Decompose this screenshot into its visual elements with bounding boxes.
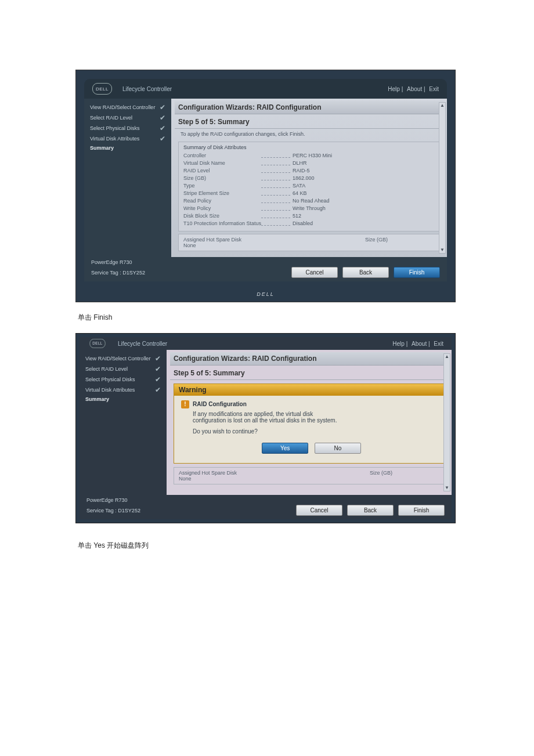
help-link[interactable]: Help [388, 86, 400, 92]
check-icon: ✔ [155, 375, 161, 384]
top-links: Help | About | Exit [385, 86, 439, 92]
model-label: PowerEdge R730 [86, 497, 445, 503]
app-title: Lifecycle Controller [118, 341, 167, 347]
warning-message-1: If any modifications are applied, the vi… [193, 411, 344, 424]
dell-logo-icon: DELL [92, 83, 112, 95]
footer-bar: PowerEdge R730 Service Tag : D1SY252 Can… [84, 257, 447, 281]
check-icon: ✔ [160, 103, 165, 111]
attr-raidlevel: RAID LevelRAID-5 [183, 167, 435, 175]
warning-message-2: Do you wish to continue? [193, 428, 437, 435]
attr-controller: ControllerPERC H330 Mini [183, 152, 435, 160]
yes-button[interactable]: Yes [262, 443, 308, 454]
topbar: DELL Lifecycle Controller Help | About |… [80, 337, 452, 350]
dell-logo-icon: DELL [89, 339, 105, 348]
footer-bar: PowerEdge R730 Service Tag : D1SY252 Can… [80, 495, 452, 519]
cancel-button[interactable]: Cancel [296, 505, 342, 516]
caption-2: 单击 Yes 开始磁盘阵列 [78, 541, 459, 551]
page-title: Configuration Wizards: RAID Configuratio… [175, 101, 443, 114]
about-link[interactable]: About [407, 86, 422, 92]
screenshot-2: DELL Lifecycle Controller Help | About |… [75, 333, 456, 523]
topbar: DELL Lifecycle Controller Help | About |… [84, 79, 447, 99]
top-links: Help | About | Exit [390, 341, 443, 347]
about-link[interactable]: About [412, 341, 427, 347]
page-title: Configuration Wizards: RAID Configuratio… [170, 352, 448, 366]
attr-readpolicy: Read PolicyNo Read Ahead [183, 197, 435, 205]
app-title: Lifecycle Controller [122, 86, 172, 92]
attr-writepolicy: Write PolicyWrite Through [183, 205, 435, 212]
scrollbar[interactable]: ▲ ▼ [443, 353, 450, 491]
check-icon: ✔ [160, 135, 165, 143]
model-label: PowerEdge R730 [91, 259, 440, 265]
back-button[interactable]: Back [342, 267, 389, 278]
step-physical-disks: Select Physical Disks✔ [85, 374, 161, 385]
wizard-sidebar: View RAID/Select Controller✔ Select RAID… [80, 350, 167, 495]
exit-link[interactable]: Exit [429, 86, 439, 92]
attr-t10: T10 Protection Information StatusDisable… [183, 220, 435, 227]
monitor-brand: DELL [76, 290, 455, 302]
scrollbar[interactable]: ▲ ▼ [439, 102, 446, 254]
attr-vdname: Virtual Disk NameDLHR [183, 160, 435, 167]
hot-spare-title: Assigned Hot Spare Disk [183, 237, 365, 243]
check-icon: ✔ [160, 114, 165, 122]
main-panel: Configuration Wizards: RAID Configuratio… [167, 350, 452, 495]
screenshot-1: DELL Lifecycle Controller Help | About |… [75, 70, 456, 302]
no-button[interactable]: No [315, 443, 361, 454]
warning-icon: ! [181, 400, 189, 408]
scroll-up-icon[interactable]: ▲ [444, 354, 450, 360]
step-label: Step 5 of 5: Summary [175, 115, 443, 129]
service-tag: Service Tag : D1SY252 [91, 270, 287, 276]
check-icon: ✔ [155, 355, 161, 363]
wizard-sidebar: View RAID/Select Controller✔ Select RAID… [84, 99, 171, 257]
back-button[interactable]: Back [347, 505, 394, 516]
scroll-up-icon[interactable]: ▲ [439, 103, 445, 108]
scroll-down-icon[interactable]: ▼ [439, 247, 445, 253]
disk-attributes: Summary of Disk Attributes ControllerPER… [178, 142, 440, 231]
attr-header: Summary of Disk Attributes [183, 144, 435, 150]
hot-spare-block: Assigned Hot Spare Disk None Size (GB) [174, 467, 445, 484]
warning-title: Warning [174, 384, 444, 396]
attr-type: TypeSATA [183, 182, 435, 190]
warning-subtitle: RAID Configuration [193, 401, 247, 407]
attr-blocksize: Disk Block Size512 [183, 212, 435, 220]
help-link[interactable]: Help [392, 341, 405, 347]
hot-spare-block: Assigned Hot Spare Disk None Size (GB) [178, 234, 440, 251]
warning-dialog: Warning !RAID Configuration If any modif… [174, 384, 445, 464]
step-virtual-disk-attr: Virtual Disk Attributes✔ [90, 133, 165, 144]
caption-1: 单击 Finish [78, 313, 459, 323]
step-raid-level: Select RAID Level✔ [90, 113, 165, 123]
step-summary: Summary [90, 144, 165, 152]
main-panel: Configuration Wizards: RAID Configuratio… [171, 99, 447, 257]
finish-button[interactable]: Finish [398, 505, 445, 516]
step-label: Step 5 of 5: Summary [170, 367, 448, 380]
hint-text: To apply the RAID configuration changes,… [175, 129, 443, 139]
hot-spare-title: Assigned Hot Spare Disk [179, 470, 370, 476]
cancel-button[interactable]: Cancel [291, 267, 338, 278]
hot-spare-value: None [183, 243, 365, 248]
check-icon: ✔ [155, 386, 161, 394]
check-icon: ✔ [160, 124, 165, 132]
step-physical-disks: Select Physical Disks✔ [90, 123, 165, 133]
exit-link[interactable]: Exit [434, 341, 443, 347]
scroll-down-icon[interactable]: ▼ [444, 485, 450, 491]
hot-spare-size-label: Size (GB) [365, 237, 435, 248]
service-tag: Service Tag : D1SY252 [86, 508, 291, 513]
attr-stripe: Stripe Element Size64 KB [183, 190, 435, 197]
step-virtual-disk-attr: Virtual Disk Attributes✔ [85, 385, 161, 395]
hot-spare-value: None [179, 476, 370, 482]
attr-size: Size (GB)1862.000 [183, 175, 435, 182]
hot-spare-size-label: Size (GB) [370, 470, 439, 482]
step-summary: Summary [85, 395, 161, 403]
check-icon: ✔ [155, 365, 161, 373]
step-raid-level: Select RAID Level✔ [85, 364, 161, 374]
step-view-raid: View RAID/Select Controller✔ [85, 353, 161, 364]
finish-button[interactable]: Finish [394, 267, 440, 278]
step-view-raid: View RAID/Select Controller✔ [90, 102, 165, 113]
